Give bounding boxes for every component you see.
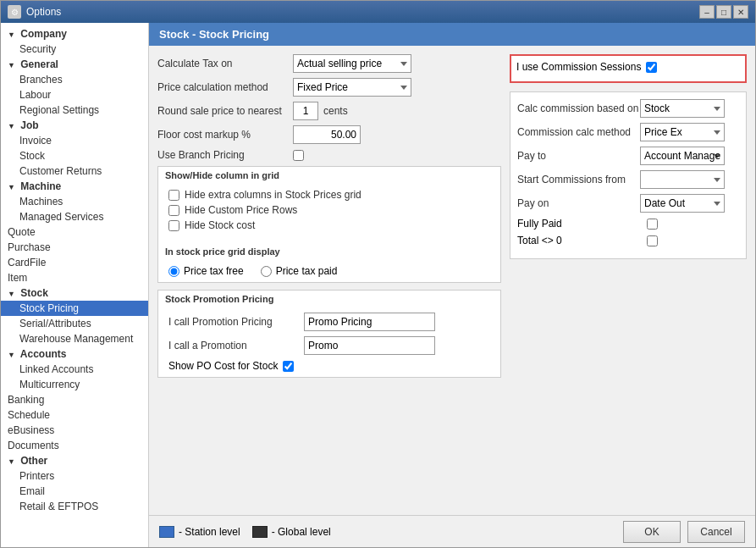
price-calc-select[interactable]: Fixed Price: [293, 78, 411, 97]
show-po-checkbox[interactable]: [283, 361, 294, 372]
title-bar: ⚙ Options – □ ✕: [1, 1, 755, 23]
promo-pricing-input[interactable]: [304, 313, 435, 331]
sidebar-item-schedule[interactable]: Schedule: [1, 407, 148, 423]
sidebar-item-labour[interactable]: Labour: [1, 87, 148, 102]
promo-name-row: I call a Promotion: [168, 336, 490, 355]
close-button[interactable]: ✕: [733, 5, 748, 19]
expand-icon: ▼: [8, 290, 15, 298]
sidebar-item-purchase[interactable]: Purchase: [1, 240, 148, 255]
calc-method-select[interactable]: Price Ex: [640, 123, 725, 141]
sidebar-item-ebusiness[interactable]: eBusiness: [1, 423, 148, 438]
sidebar-item-machine[interactable]: ▼ Machine: [1, 179, 148, 194]
sidebar-item-item[interactable]: Item: [1, 270, 148, 285]
sidebar-item-invoice[interactable]: Invoice: [1, 133, 148, 148]
use-commission-checkbox[interactable]: [646, 62, 657, 73]
floor-cost-input[interactable]: [293, 125, 361, 144]
start-from-row: Start Commissions from: [517, 170, 739, 189]
pay-on-label: Pay on: [517, 197, 640, 209]
sidebar-item-stock-pricing[interactable]: Stock Pricing: [1, 301, 148, 316]
radio-row: Price tax free Price tax paid: [158, 260, 500, 282]
sidebar-item-job[interactable]: ▼ Job: [1, 118, 148, 133]
footer-legend: - Station level - Global level: [159, 526, 331, 538]
calc-method-label: Commission calc method: [517, 126, 640, 138]
promo-pricing-label: I call Promotion Pricing: [168, 316, 304, 328]
pay-on-select[interactable]: Date Out: [640, 194, 725, 213]
station-level-box: [159, 526, 174, 538]
sidebar-item-accounts[interactable]: ▼ Accounts: [1, 346, 148, 362]
show-po-label: Show PO Cost for Stock: [168, 360, 278, 372]
round-sale-input[interactable]: [293, 102, 318, 120]
total-row: Total <> 0: [517, 235, 739, 246]
floor-cost-row: Floor cost markup %: [157, 125, 501, 144]
right-panel: I use Commission Sessions Calc commissio…: [510, 54, 747, 506]
sidebar-item-company[interactable]: ▼ Company: [1, 26, 148, 42]
sidebar-item-stock[interactable]: ▼ Stock: [1, 285, 148, 301]
hide-stock-cost-label: Hide Stock cost: [185, 219, 255, 231]
sidebar-item-documents[interactable]: Documents: [1, 438, 148, 453]
sidebar-item-stock-job[interactable]: Stock: [1, 148, 148, 163]
show-po-row: Show PO Cost for Stock: [168, 360, 490, 372]
sidebar-item-branches[interactable]: Branches: [1, 72, 148, 87]
options-window: ⚙ Options – □ ✕ ▼ Company Security ▼ Gen…: [0, 0, 756, 548]
price-tax-free-radio[interactable]: [168, 266, 179, 277]
promo-pricing-row: I call Promotion Pricing: [168, 313, 490, 331]
sidebar-item-regional[interactable]: Regional Settings: [1, 102, 148, 118]
pay-on-row: Pay on Date Out: [517, 194, 739, 213]
minimize-button[interactable]: –: [699, 5, 715, 19]
hide-custom-rows-label: Hide Custom Price Rows: [185, 204, 297, 216]
commission-form: Calc commission based on Stock Commissio…: [510, 91, 747, 259]
expand-icon: ▼: [8, 122, 15, 130]
round-sale-label: Round sale price to nearest: [157, 105, 293, 117]
promo-name-input[interactable]: [304, 336, 435, 355]
ok-button[interactable]: OK: [623, 521, 681, 543]
promo-section: Stock Promotion Pricing I call Promotion…: [157, 290, 501, 378]
price-tax-free-item: Price tax free: [168, 265, 244, 277]
round-sale-row: Round sale price to nearest cents: [157, 102, 501, 120]
hide-stock-cost-row: Hide Stock cost: [168, 219, 490, 231]
sidebar-item-managed-services[interactable]: Managed Services: [1, 209, 148, 224]
use-commission-label: I use Commission Sessions: [516, 61, 641, 73]
pay-to-select[interactable]: Account Manager: [640, 147, 725, 165]
title-bar-left: ⚙ Options: [8, 5, 61, 19]
pay-to-row: Pay to Account Manager: [517, 147, 739, 165]
price-tax-paid-radio[interactable]: [261, 266, 272, 277]
sidebar-item-retail-eftpos[interactable]: Retail & EFTPOS: [1, 499, 148, 514]
station-level-item: - Station level: [159, 526, 240, 538]
hide-stock-cost-checkbox[interactable]: [168, 220, 179, 231]
sidebar-item-linked-accounts[interactable]: Linked Accounts: [1, 362, 148, 377]
sidebar-item-other[interactable]: ▼ Other: [1, 453, 148, 468]
start-from-select[interactable]: [640, 170, 725, 189]
hide-custom-rows-checkbox[interactable]: [168, 205, 179, 216]
sidebar-item-serial-attributes[interactable]: Serial/Attributes: [1, 316, 148, 331]
sidebar-item-customer-returns[interactable]: Customer Returns: [1, 163, 148, 179]
total-checkbox[interactable]: [647, 235, 658, 246]
fully-paid-checkbox[interactable]: [647, 219, 658, 230]
panel-body: Calculate Tax on Actual selling price Pr…: [149, 46, 755, 515]
hide-extra-cols-row: Hide extra columns in Stock Prices grid: [168, 189, 490, 201]
panel-header: Stock - Stock Pricing: [149, 23, 755, 46]
station-level-label: - Station level: [179, 526, 240, 538]
sidebar-item-multicurrency[interactable]: Multicurrency: [1, 377, 148, 392]
calc-based-on-select[interactable]: Stock: [640, 99, 725, 118]
total-label: Total <> 0: [517, 235, 640, 246]
calculate-tax-select[interactable]: Actual selling price: [293, 54, 411, 73]
maximize-button[interactable]: □: [716, 5, 731, 19]
sidebar-item-email[interactable]: Email: [1, 484, 148, 499]
cancel-button[interactable]: Cancel: [687, 521, 745, 543]
sidebar-item-cardfile[interactable]: CardFile: [1, 255, 148, 270]
sidebar-item-general[interactable]: ▼ General: [1, 57, 148, 72]
sidebar-item-quote[interactable]: Quote: [1, 224, 148, 240]
hide-extra-cols-checkbox[interactable]: [168, 190, 179, 201]
calculate-tax-label: Calculate Tax on: [157, 58, 293, 69]
pay-to-label: Pay to: [517, 150, 640, 162]
sidebar-item-security[interactable]: Security: [1, 42, 148, 57]
hide-custom-rows-row: Hide Custom Price Rows: [168, 204, 490, 216]
sidebar-item-warehouse-management[interactable]: Warehouse Management: [1, 331, 148, 346]
sidebar-item-printers[interactable]: Printers: [1, 468, 148, 484]
use-branch-checkbox[interactable]: [293, 150, 304, 161]
global-level-item: - Global level: [252, 526, 331, 538]
sidebar-item-banking[interactable]: Banking: [1, 392, 148, 407]
content-area: Stock - Stock Pricing Calculate Tax on A…: [149, 23, 755, 547]
price-tax-paid-label: Price tax paid: [276, 265, 338, 277]
sidebar-item-machines[interactable]: Machines: [1, 194, 148, 209]
